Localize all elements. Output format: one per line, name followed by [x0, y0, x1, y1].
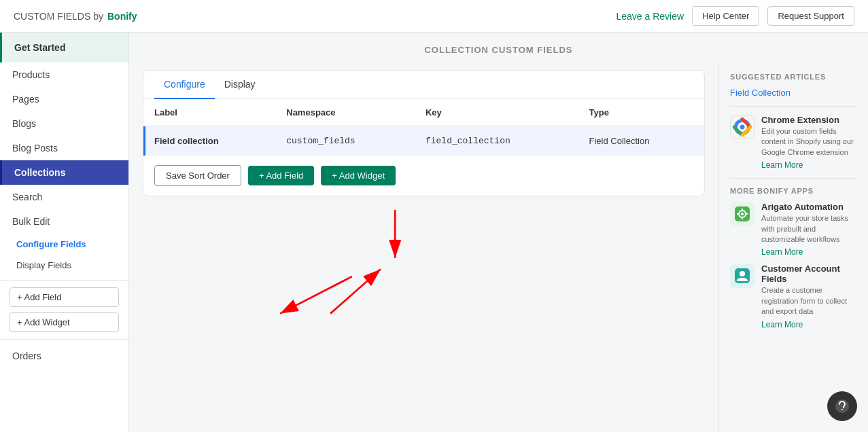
field-label-cell: Field collection: [143, 126, 275, 156]
sidebar-divider-2: [0, 339, 128, 340]
arigato-desc: Automate your store tasks with prebuilt …: [761, 213, 857, 245]
request-support-button[interactable]: Request Support: [767, 6, 854, 26]
svg-point-11: [741, 213, 744, 215]
sidebar-item-orders[interactable]: Orders: [0, 344, 128, 368]
tab-bar: Configure Display: [143, 71, 704, 99]
table-row[interactable]: Field collection custom_fields field_col…: [143, 126, 704, 156]
chrome-extension-learn-more[interactable]: Learn More: [761, 160, 857, 170]
customer-account-name: Customer Account Fields: [761, 264, 857, 284]
brand-link[interactable]: Bonify: [107, 11, 137, 22]
brand-text: CUSTOM FIELDS by: [14, 11, 103, 22]
tab-configure[interactable]: Configure: [154, 71, 215, 99]
sidebar-item-bulk-edit[interactable]: Bulk Edit: [0, 209, 128, 234]
sidebar-add-field-button[interactable]: + Add Field: [10, 287, 119, 307]
col-header-namespace: Namespace: [275, 99, 415, 126]
col-header-key: Key: [415, 99, 578, 126]
sidebar-item-search[interactable]: Search: [0, 185, 128, 209]
svg-point-17: [740, 271, 745, 276]
sidebar-item-configure-fields[interactable]: Configure Fields: [0, 234, 128, 255]
arigato-name: Arigato Automation: [761, 202, 857, 212]
sidebar-divider-1: [0, 280, 128, 281]
help-center-button[interactable]: Help Center: [692, 6, 759, 26]
sidebar-item-blogs[interactable]: Blogs: [0, 111, 128, 136]
arigato-app: Arigato Automation Automate your store t…: [730, 202, 857, 257]
col-header-label: Label: [143, 99, 275, 126]
col-header-type: Type: [578, 99, 704, 126]
arigato-icon: [730, 202, 754, 226]
add-field-button[interactable]: + Add Field: [248, 166, 314, 185]
chrome-extension-icon: [730, 115, 754, 139]
customer-account-learn-more[interactable]: Learn More: [761, 320, 857, 329]
top-bar-actions: Leave a Review Help Center Request Suppo…: [616, 6, 854, 26]
field-type-cell: Field Collection: [578, 126, 704, 156]
table-actions: Save Sort Order + Add Field + Add Widget: [143, 156, 704, 196]
field-key-cell: field_collection: [415, 126, 578, 156]
chrome-extension-desc: Edit your custom fields content in Shopi…: [761, 126, 857, 158]
arigato-learn-more[interactable]: Learn More: [761, 247, 857, 257]
fields-card: Configure Display Label Namespace Key Ty…: [143, 70, 705, 196]
suggested-articles-title: SUGGESTED ARTICLES: [730, 73, 857, 81]
leave-review-link[interactable]: Leave a Review: [616, 11, 684, 22]
main-layout: Get Started Products Pages Blogs Blog Po…: [0, 33, 868, 432]
fields-table: Label Namespace Key Type Field collectio…: [143, 99, 704, 156]
chrome-extension-info: Chrome Extension Edit your custom fields…: [761, 115, 857, 170]
arigato-info: Arigato Automation Automate your store t…: [761, 202, 857, 257]
sidebar: Get Started Products Pages Blogs Blog Po…: [0, 33, 129, 432]
svg-point-19: [841, 409, 843, 410]
svg-line-2: [330, 269, 381, 313]
customer-account-app: Customer Account Fields Create a custome…: [730, 264, 857, 329]
sidebar-item-products[interactable]: Products: [0, 62, 128, 87]
field-collection-link[interactable]: Field Collection: [730, 88, 857, 98]
sidebar-item-pages[interactable]: Pages: [0, 87, 128, 111]
more-apps-title: MORE BONIFY APPS: [730, 187, 857, 195]
top-bar: CUSTOM FIELDS by Bonify Leave a Review H…: [0, 0, 868, 33]
sidebar-item-get-started[interactable]: Get Started: [0, 33, 128, 62]
customer-account-icon: [730, 264, 754, 288]
svg-point-8: [740, 125, 745, 130]
tab-display[interactable]: Display: [215, 71, 265, 99]
right-panel: SUGGESTED ARTICLES Field Collection: [718, 62, 868, 432]
field-namespace-cell: custom_fields: [275, 126, 415, 156]
sidebar-item-blog-posts[interactable]: Blog Posts: [0, 136, 128, 160]
customer-account-info: Customer Account Fields Create a custome…: [761, 264, 857, 329]
chrome-extension-name: Chrome Extension: [761, 115, 857, 125]
right-panel-divider-1: [730, 106, 857, 107]
page-title: COLLECTION CUSTOM FIELDS: [129, 33, 868, 62]
svg-line-1: [280, 276, 352, 314]
customer-account-desc: Create a customer registration form to c…: [761, 285, 857, 317]
support-bubble[interactable]: [827, 391, 857, 421]
sidebar-item-collections[interactable]: Collections: [0, 160, 128, 185]
chrome-extension-app: Chrome Extension Edit your custom fields…: [730, 115, 857, 170]
brand-area: CUSTOM FIELDS by Bonify: [14, 11, 137, 22]
save-sort-button[interactable]: Save Sort Order: [154, 165, 241, 186]
sidebar-add-widget-button[interactable]: + Add Widget: [10, 312, 119, 332]
main-body: Configure Display Label Namespace Key Ty…: [129, 62, 718, 432]
add-widget-button[interactable]: + Add Widget: [321, 166, 396, 185]
sidebar-item-display-fields[interactable]: Display Fields: [0, 255, 128, 276]
right-panel-divider-2: [730, 178, 857, 179]
